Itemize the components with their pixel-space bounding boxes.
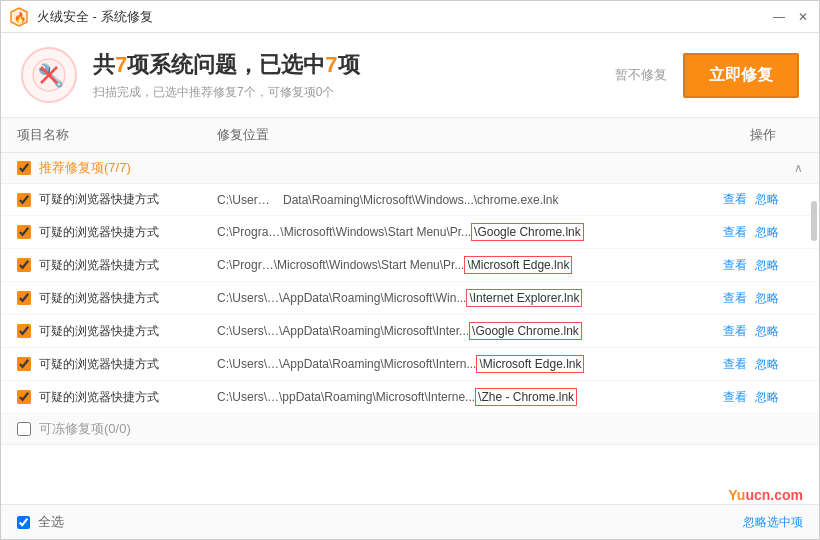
row-path: C:\Users\…\AppData\Roaming\Microsoft\Int… (217, 355, 723, 373)
footer-left: 全选 (17, 513, 64, 531)
row-path: C:\Users\…\AppData\Roaming\Microsoft\Win… (217, 289, 723, 307)
row-actions: 查看 忽略 (723, 356, 803, 373)
row-path: C:\Users\…\AppData\Roaming\Microsoft\Int… (217, 322, 723, 340)
row-actions: 查看 忽略 (723, 323, 803, 340)
fix-button[interactable]: 立即修复 (683, 53, 799, 98)
group-label: 推荐修复项(7/7) (39, 159, 131, 177)
ignore-action[interactable]: 忽略 (755, 191, 779, 208)
select-all-checkbox[interactable] (17, 516, 30, 529)
row-name-text: 可疑的浏览器快捷方式 (39, 257, 159, 274)
row-name-text: 可疑的浏览器快捷方式 (39, 389, 159, 406)
table-body: 推荐修复项(7/7) ∧ 可疑的浏览器快捷方式 C:\User… Data\Ro… (1, 153, 819, 504)
row-checkbox[interactable] (17, 291, 31, 305)
path-highlight: \Zhe - Chrome.lnk (475, 388, 577, 406)
col-action: 操作 (723, 126, 803, 144)
close-button[interactable]: ✕ (795, 9, 811, 25)
svg-text:🔥: 🔥 (14, 11, 27, 24)
row-name: 可疑的浏览器快捷方式 (17, 257, 217, 274)
view-action[interactable]: 查看 (723, 191, 747, 208)
row-actions: 查看 忽略 (723, 224, 803, 241)
table-footer: 全选 忽略选中项 (1, 504, 819, 539)
row-name-text: 可疑的浏览器快捷方式 (39, 290, 159, 307)
row-name-text: 可疑的浏览器快捷方式 (39, 356, 159, 373)
row-checkbox[interactable] (17, 193, 31, 207)
watermark-rest: ucn.com (745, 487, 803, 503)
table-row: 可疑的浏览器快捷方式 C:\Users\…\ppData\Roaming\Mic… (1, 381, 819, 414)
row-actions: 查看 忽略 (723, 389, 803, 406)
row-name: 可疑的浏览器快捷方式 (17, 191, 217, 208)
watermark: Yuucn.com (728, 487, 803, 503)
path-highlight: \Internet Explorer.lnk (466, 289, 582, 307)
row-actions: 查看 忽略 (723, 257, 803, 274)
row-name: 可疑的浏览器快捷方式 (17, 323, 217, 340)
header-subtitle: 扫描完成，已选中推荐修复7个，可修复项0个 (93, 84, 615, 101)
ignore-action[interactable]: 忽略 (755, 323, 779, 340)
header-icon: 🔧 (21, 47, 77, 103)
header-actions: 暂不修复 立即修复 (615, 53, 799, 98)
row-path: C:\Progr…\Microsoft\Windows\Start Menu\P… (217, 256, 723, 274)
table-header: 项目名称 修复位置 操作 (1, 118, 819, 153)
path-highlight: \Microsoft Edge.lnk (476, 355, 584, 373)
app-icon: 🔥 (9, 7, 29, 27)
row-checkbox[interactable] (17, 390, 31, 404)
optional-group-label: 可冻修复项(0/0) (39, 420, 131, 438)
view-action[interactable]: 查看 (723, 389, 747, 406)
optional-group-header[interactable]: 可冻修复项(0/0) (1, 414, 819, 445)
skip-button[interactable]: 暂不修复 (615, 66, 667, 84)
group-checkbox[interactable] (17, 161, 31, 175)
table-row: 可疑的浏览器快捷方式 C:\Users\…\AppData\Roaming\Mi… (1, 348, 819, 381)
path-highlight: \Google Chrome.lnk (471, 223, 584, 241)
title-bar: 🔥 火绒安全 - 系统修复 — ✕ (1, 1, 819, 33)
row-name: 可疑的浏览器快捷方式 (17, 389, 217, 406)
view-action[interactable]: 查看 (723, 224, 747, 241)
ignore-action[interactable]: 忽略 (755, 290, 779, 307)
table-row: 可疑的浏览器快捷方式 C:\User… Data\Roaming\Microso… (1, 184, 819, 216)
ignore-selected-button[interactable]: 忽略选中项 (743, 514, 803, 531)
path-highlight: \Google Chrome.lnk (469, 322, 582, 340)
row-actions: 查看 忽略 (723, 191, 803, 208)
title-bar-text: 火绒安全 - 系统修复 (37, 8, 771, 26)
row-name-text: 可疑的浏览器快捷方式 (39, 191, 159, 208)
table-row: 可疑的浏览器快捷方式 C:\Users\…\AppData\Roaming\Mi… (1, 282, 819, 315)
table-row: 可疑的浏览器快捷方式 C:\Users\…\AppData\Roaming\Mi… (1, 315, 819, 348)
view-action[interactable]: 查看 (723, 290, 747, 307)
path-highlight: \Microsoft Edge.lnk (464, 256, 572, 274)
main-window: 🔥 火绒安全 - 系统修复 — ✕ 🔧 共7项系统问题，已选中7项 扫描完成，已… (0, 0, 820, 540)
row-checkbox[interactable] (17, 225, 31, 239)
row-checkbox[interactable] (17, 357, 31, 371)
table-row: 可疑的浏览器快捷方式 C:\Progra…\Microsoft\Windows\… (1, 216, 819, 249)
header-content: 共7项系统问题，已选中7项 扫描完成，已选中推荐修复7个，可修复项0个 (93, 50, 615, 101)
view-action[interactable]: 查看 (723, 257, 747, 274)
row-name-text: 可疑的浏览器快捷方式 (39, 224, 159, 241)
row-name: 可疑的浏览器快捷方式 (17, 290, 217, 307)
select-all-label: 全选 (38, 513, 64, 531)
header-section: 🔧 共7项系统问题，已选中7项 扫描完成，已选中推荐修复7个，可修复项0个 暂不… (1, 33, 819, 118)
watermark-yu: Yu (728, 487, 745, 503)
header-title: 共7项系统问题，已选中7项 (93, 50, 615, 80)
collapse-icon[interactable]: ∧ (794, 161, 803, 175)
ignore-action[interactable]: 忽略 (755, 224, 779, 241)
ignore-action[interactable]: 忽略 (755, 257, 779, 274)
row-path: C:\Users\…\ppData\Roaming\Microsoft\Inte… (217, 388, 723, 406)
optional-group-checkbox[interactable] (17, 422, 31, 436)
title-bar-controls: — ✕ (771, 9, 811, 25)
row-name: 可疑的浏览器快捷方式 (17, 356, 217, 373)
col-path: 修复位置 (217, 126, 723, 144)
row-path: C:\User… Data\Roaming\Microsoft\Windows.… (217, 193, 723, 207)
row-actions: 查看 忽略 (723, 290, 803, 307)
table-container: 项目名称 修复位置 操作 推荐修复项(7/7) ∧ 可疑的浏览器快捷方式 C:\… (1, 118, 819, 504)
row-path: C:\Progra…\Microsoft\Windows\Start Menu\… (217, 223, 723, 241)
view-action[interactable]: 查看 (723, 356, 747, 373)
view-action[interactable]: 查看 (723, 323, 747, 340)
minimize-button[interactable]: — (771, 9, 787, 25)
row-checkbox[interactable] (17, 324, 31, 338)
scrollbar[interactable] (811, 201, 817, 241)
recommended-group-header[interactable]: 推荐修复项(7/7) ∧ (1, 153, 819, 184)
col-name: 项目名称 (17, 126, 217, 144)
row-name: 可疑的浏览器快捷方式 (17, 224, 217, 241)
row-name-text: 可疑的浏览器快捷方式 (39, 323, 159, 340)
ignore-action[interactable]: 忽略 (755, 356, 779, 373)
table-row: 可疑的浏览器快捷方式 C:\Progr…\Microsoft\Windows\S… (1, 249, 819, 282)
ignore-action[interactable]: 忽略 (755, 389, 779, 406)
row-checkbox[interactable] (17, 258, 31, 272)
